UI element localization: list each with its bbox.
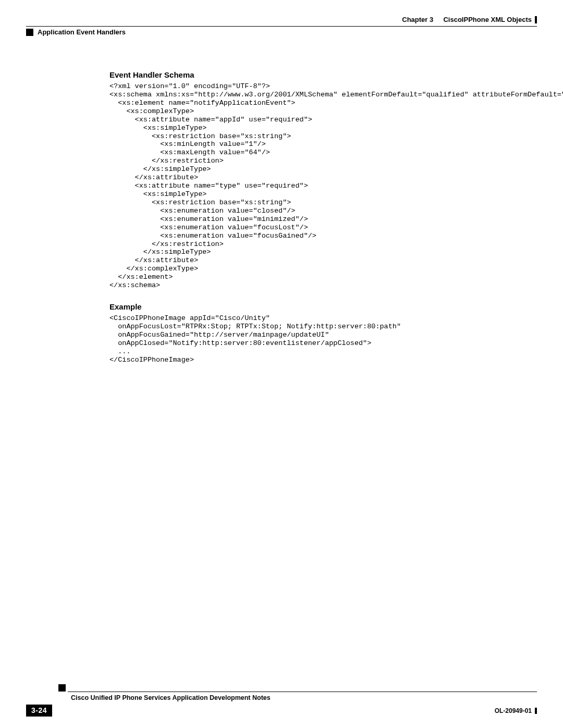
header-left: Application Event Handlers — [26, 28, 126, 36]
header-rule — [26, 26, 537, 27]
footer-row-top: Cisco Unified IP Phone Services Applicat… — [26, 694, 537, 701]
footer-rule — [68, 692, 537, 692]
footer-doc-id: OL-20949-01 — [495, 707, 532, 714]
header-bar-icon — [535, 16, 537, 23]
chapter-label: Chapter 3 — [402, 16, 433, 23]
schema-code: <?xml version="1.0" encoding="UTF-8"?> <… — [109, 82, 532, 290]
page-footer: Cisco Unified IP Phone Services Applicat… — [26, 683, 537, 717]
footer-doc-title: Cisco Unified IP Phone Services Applicat… — [68, 694, 271, 701]
footer-doc-id-wrap: OL-20949-01 — [495, 707, 537, 714]
content: Event Handler Schema <?xml version="1.0"… — [109, 70, 532, 364]
example-code: <CiscoIPPhoneImage appId="Cisco/Unity" o… — [109, 314, 532, 364]
section-name: Application Event Handlers — [38, 28, 126, 36]
page-number-badge: 3-24 — [26, 705, 52, 717]
header-square-icon — [26, 29, 33, 36]
schema-title: Event Handler Schema — [109, 70, 532, 79]
page-header: Chapter 3 CiscoIPPhone XML Objects Appli… — [26, 16, 537, 42]
page: Chapter 3 CiscoIPPhone XML Objects Appli… — [0, 0, 563, 728]
footer-row-bottom: 3-24 OL-20949-01 — [26, 705, 537, 717]
example-title: Example — [109, 302, 532, 311]
footer-square-icon — [58, 684, 66, 692]
chapter-title: CiscoIPPhone XML Objects — [443, 16, 532, 23]
header-right: Chapter 3 CiscoIPPhone XML Objects — [402, 16, 537, 23]
footer-bar-icon — [535, 708, 537, 714]
